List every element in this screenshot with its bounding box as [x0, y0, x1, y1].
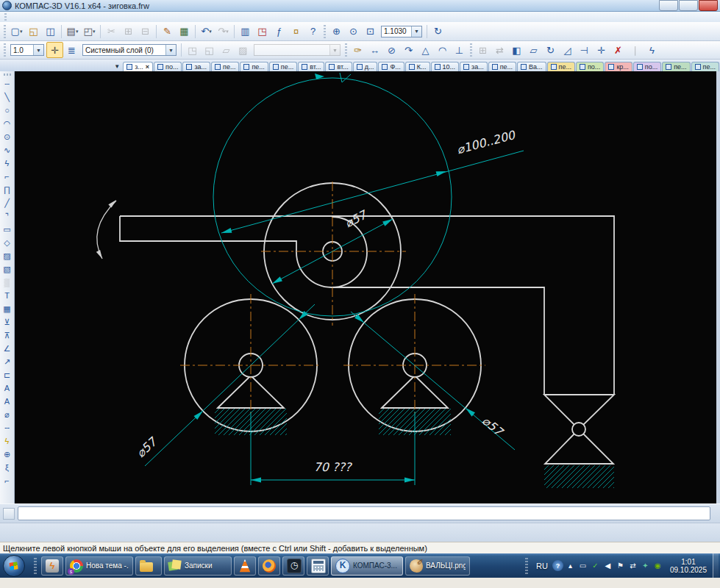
property-input[interactable] [18, 506, 710, 520]
redo-button[interactable]: ↷▾ [215, 24, 232, 40]
task-chrome-button[interactable]: Нова тема -... [65, 556, 133, 576]
document-tab[interactable]: пе... [662, 62, 690, 71]
volume-tray-icon[interactable]: ◀ [602, 560, 613, 571]
rotate-button[interactable]: ↻ [542, 42, 559, 58]
angle-style-button[interactable]: △ [417, 42, 434, 58]
copy-object-button[interactable]: ⊞ [474, 42, 491, 58]
arc-tool[interactable]: ◠ [1, 117, 14, 130]
dropdown-arrow-icon[interactable]: ▾ [209, 29, 212, 35]
document-tab[interactable]: пе... [269, 62, 297, 71]
table-tool[interactable]: ▦ [1, 302, 14, 315]
pinned-app-button[interactable] [41, 556, 63, 576]
document-tab[interactable]: Ва... [517, 62, 546, 71]
document-tab[interactable]: пе... [240, 62, 268, 71]
macro-element-tool[interactable]: ▒ [1, 276, 14, 289]
task-image-viewer-button[interactable]: ВАЛЬЦІ.png... [405, 556, 470, 576]
corner-tool[interactable]: ⌝ [1, 209, 14, 223]
undo-button[interactable]: ↶▾ [198, 24, 215, 40]
print-button[interactable]: ▤▾ [64, 24, 81, 40]
datum-style-button[interactable]: ⊥ [451, 42, 468, 58]
task-clock-app-button[interactable] [282, 556, 304, 576]
dash-style-tool[interactable]: ╌ [1, 421, 14, 434]
layer-settings-button[interactable]: ▨ [235, 42, 252, 58]
nvidia-tray-icon[interactable]: ◉ [652, 560, 663, 571]
toolbar-grip[interactable] [345, 43, 347, 57]
document-tab[interactable]: К... [405, 62, 430, 71]
refresh-view-button[interactable]: ↻ [429, 24, 446, 40]
combo-arrow-icon[interactable]: ▼ [411, 26, 421, 37]
scale-button[interactable]: ◿ [559, 42, 576, 58]
delete-button[interactable]: ✗ [610, 42, 627, 58]
dropdown-arrow-icon[interactable]: ▾ [93, 29, 96, 35]
fill-tool[interactable]: ▧ [1, 262, 14, 276]
view-combo[interactable]: ▼ [254, 44, 341, 56]
document-tab[interactable]: по... [154, 62, 182, 71]
variables-button[interactable]: ▥ [237, 24, 254, 40]
diameter-dimension-tool[interactable]: ⌀ [1, 408, 14, 421]
dropdown-arrow-icon[interactable]: ▾ [226, 29, 229, 35]
combo-arrow-icon[interactable]: ▼ [329, 45, 340, 55]
maximize-button[interactable] [679, 0, 698, 11]
minimize-button[interactable] [659, 0, 678, 11]
toolbar-grip[interactable] [324, 25, 326, 38]
task-calculator-button[interactable] [307, 556, 329, 576]
flip-horizontal-button[interactable]: ⇄ [491, 42, 508, 58]
linear-dimension-tool[interactable]: ⊻ [1, 315, 14, 329]
text-tool[interactable]: T [1, 289, 14, 302]
document-tab[interactable]: Ф... [378, 62, 404, 71]
tray-expand-arrow[interactable]: ▴ [565, 560, 576, 571]
combo-arrow-icon[interactable]: ▼ [165, 45, 176, 55]
paste-button[interactable]: ⊟ [137, 24, 154, 40]
line-tool[interactable]: ╲ [1, 90, 14, 104]
pen-style-button[interactable]: ✑ [349, 42, 366, 58]
rounding-toggle-button[interactable]: ✛ [46, 42, 63, 58]
device-ok-tray-icon[interactable]: ✓ [590, 560, 601, 571]
arc-style-button[interactable]: ↷ [400, 42, 417, 58]
task-vlc-button[interactable] [234, 556, 256, 576]
ellipse-tool[interactable]: ⊙ [1, 130, 14, 143]
document-tab[interactable]: кр... [605, 62, 632, 71]
leader-tool[interactable]: ↗ [1, 355, 14, 368]
network-tray-icon[interactable]: ⇄ [627, 560, 638, 571]
document-tab[interactable]: по... [576, 62, 604, 71]
measure-button[interactable]: ∣ [627, 42, 644, 58]
document-tab[interactable]: за... [182, 62, 210, 71]
document-tab[interactable]: 10... [431, 62, 460, 71]
task-explorer-button[interactable] [135, 556, 162, 576]
document-tab[interactable]: вт... [325, 62, 352, 71]
copy-properties-button[interactable]: ✎ [159, 24, 176, 40]
cut-button[interactable]: ✂ [103, 24, 120, 40]
action-center-flag-icon[interactable]: ⚑ [615, 560, 626, 571]
zoom-scale-combo[interactable]: 1.1030▼ [381, 26, 422, 37]
segment-tool[interactable]: ╱ [1, 196, 14, 209]
context-help-button[interactable]: ? [304, 24, 321, 40]
new-layer-group-button[interactable]: ◳ [184, 42, 201, 58]
hatch-tool[interactable]: ▨ [1, 249, 14, 262]
taskbar-clock[interactable]: 1:01 09.10.2025 [670, 558, 707, 574]
annotation-tool[interactable]: A [1, 395, 14, 408]
task-kompas-button[interactable]: КОМПАС-3... [331, 556, 403, 576]
zoom-area-button[interactable]: ⊡ [362, 24, 379, 40]
dropdown-arrow-icon[interactable]: ▾ [20, 29, 23, 35]
tab-overflow-button[interactable]: ▼ [111, 61, 123, 71]
bow-style-button[interactable]: ◠ [434, 42, 451, 58]
zoom-in-button[interactable]: ⊕ [328, 24, 345, 40]
fx-button[interactable]: ƒ [271, 24, 288, 40]
document-tab[interactable]: пе... [488, 62, 516, 71]
text-align-tool[interactable]: A [1, 381, 14, 395]
task-firefox-button[interactable] [258, 556, 280, 576]
shear-button[interactable]: ▱ [525, 42, 542, 58]
show-desktop-button[interactable] [713, 553, 719, 578]
dropdown-arrow-icon[interactable]: ▾ [76, 29, 79, 35]
properties-button[interactable]: ▦ [176, 24, 193, 40]
document-tab[interactable]: з...× [123, 62, 153, 71]
layers-button[interactable]: ≣ [63, 42, 80, 58]
move-button[interactable]: ✛ [593, 42, 610, 58]
new-document-button[interactable]: ▢▾ [8, 24, 25, 40]
drawing-canvas[interactable]: ⌀100..200 ⌀57 ⌀57 ⌀57 70 ??? [15, 71, 716, 503]
task-notes-button[interactable]: Записки [164, 556, 232, 576]
center-marker-tool[interactable]: ⊕ [1, 448, 14, 461]
datum-dimension-tool[interactable]: ⊼ [1, 329, 14, 342]
language-indicator[interactable]: RU [536, 562, 548, 570]
library-manager-button[interactable]: ◳ [254, 24, 271, 40]
